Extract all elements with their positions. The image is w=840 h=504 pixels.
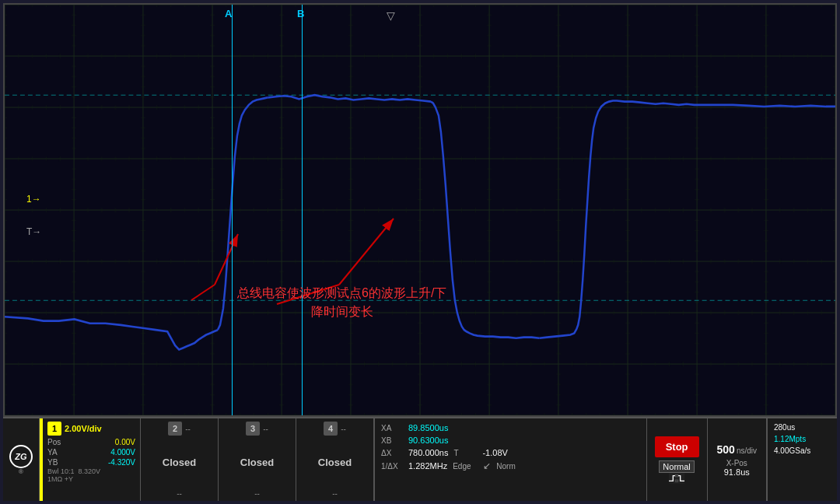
ch4-bot-dash: -- xyxy=(332,489,338,498)
sample-rate-row: 4.00GSa/s xyxy=(774,446,831,455)
ch2-bot-dash: -- xyxy=(177,489,182,498)
logo-circle: ZG xyxy=(9,445,33,468)
xpos-label: X-Pos xyxy=(726,459,747,467)
svg-rect-9 xyxy=(675,480,678,482)
oscilloscope: A B ▽ 1→ T→ 总线电容使波形测试点6的波形上升/下 降时间变长 ZG … xyxy=(0,0,840,504)
ch1-yb-row: YB -4.320V xyxy=(47,458,135,467)
xa-row: XA 89.8500us xyxy=(381,423,640,432)
waveform xyxy=(5,5,835,415)
stop-button[interactable]: Stop xyxy=(655,436,699,457)
freq-row: 1/ΔX 1.282MHz Edge ↙ Norm xyxy=(381,460,640,471)
trigger-marker-left: T→ xyxy=(26,226,41,237)
timebase-unit: ns/div xyxy=(737,446,757,455)
trigger-position-marker: ▽ xyxy=(387,9,395,22)
trigger-icon xyxy=(669,473,684,484)
logo-area: ZG ® xyxy=(3,418,40,501)
ch1-imp-row: 1MΩ +Y xyxy=(47,475,135,483)
display-area: A B ▽ 1→ T→ 总线电容使波形测试点6的波形上升/下 降时间变长 xyxy=(3,3,837,417)
cursor-a-line[interactable] xyxy=(232,5,233,415)
timebase-value: 500 xyxy=(717,443,735,456)
xpos-value: 91.8us xyxy=(724,467,750,477)
mpts-row: 1.12Mpts xyxy=(774,435,831,443)
annotation-text: 总线电容使波形测试点6的波形上升/下 降时间变长 xyxy=(237,284,446,321)
ch2-closed: Closed xyxy=(163,457,196,468)
ch1-badge: 1 xyxy=(47,422,61,436)
measurements-panel: XA 89.8500us XB 90.6300us ΔX 780.000ns T… xyxy=(374,418,646,501)
ch2-badge: 2 xyxy=(168,422,182,436)
ch3-closed: Closed xyxy=(240,457,274,468)
cursor-b-label: B xyxy=(297,8,304,19)
ch1-ya-row: YA 4.000V xyxy=(47,448,135,457)
sample-rate-area: 280us 1.12Mpts 4.00GSa/s xyxy=(767,418,837,501)
timebase-area: 500 ns/div X-Pos 91.8us xyxy=(708,418,767,501)
cursor-a-label: A xyxy=(225,8,232,19)
ch3-badge: 3 xyxy=(246,422,260,436)
svg-rect-8 xyxy=(675,474,678,477)
sample-depth-row: 280us xyxy=(774,423,831,432)
channel-4-panel: 4 -- Closed -- xyxy=(296,418,374,501)
ch1-scale-marker: 1→ xyxy=(26,194,41,205)
ch3-bot-dash: -- xyxy=(254,489,260,498)
ch1-scale: 2.00V/div xyxy=(65,424,102,433)
logo-registered: ® xyxy=(19,468,23,475)
channel-3-panel: 3 -- Closed -- xyxy=(219,418,296,501)
stop-area: Stop Normal xyxy=(646,418,708,501)
ch1-sub-row: Bwl 10:1 8.320V xyxy=(47,467,135,475)
channel-1-panel: 1 2.00V/div Pos 0.00V YA 4.000V YB -4.32… xyxy=(40,418,141,501)
deltax-row: ΔX 780.000ns T -1.08V xyxy=(381,448,640,457)
ch1-pos-row: Pos 0.00V xyxy=(47,438,135,446)
xb-row: XB 90.6300us xyxy=(381,436,640,445)
logo-text: ZG xyxy=(15,452,26,461)
cursor-b-line[interactable] xyxy=(302,5,303,415)
normal-badge: Normal xyxy=(659,460,694,473)
edge-arrow-icon: ↙ xyxy=(483,460,491,471)
channel-2-panel: 2 -- Closed -- xyxy=(141,418,219,501)
ch4-closed: Closed xyxy=(318,457,352,468)
status-bar: ZG ® 1 2.00V/div Pos 0.00V YA 4.000V YB … xyxy=(3,417,837,501)
ch4-badge: 4 xyxy=(324,422,338,436)
